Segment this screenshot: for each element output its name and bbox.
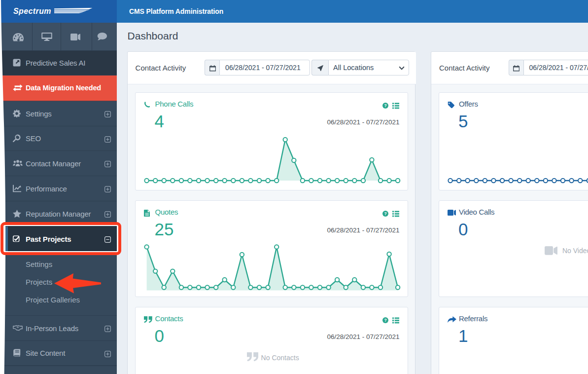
svg-text:?: ? <box>384 211 386 216</box>
svg-text:?: ? <box>384 103 386 108</box>
svg-text:Spectrum: Spectrum <box>13 7 51 15</box>
svg-text:?: ? <box>384 318 386 323</box>
